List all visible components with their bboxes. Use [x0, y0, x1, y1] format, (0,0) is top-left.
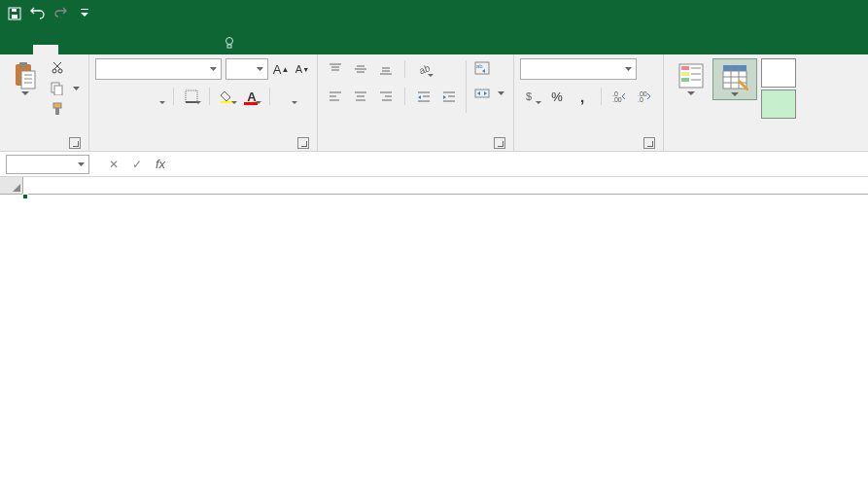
- enter-formula-button[interactable]: ✓: [126, 155, 148, 174]
- selection-overlay: [23, 195, 27, 198]
- group-font: A▲ A▼ A: [89, 54, 318, 151]
- lightbulb-icon: [223, 36, 236, 50]
- number-launcher[interactable]: [643, 137, 655, 149]
- formula-bar-row: ✕ ✓ fx: [0, 152, 868, 177]
- tab-insert[interactable]: [58, 45, 84, 54]
- align-right-button[interactable]: [374, 86, 398, 107]
- svg-text:ab: ab: [418, 62, 431, 76]
- cell-style-normal[interactable]: [761, 58, 796, 88]
- svg-point-12: [52, 69, 56, 73]
- decrease-indent-button[interactable]: [412, 86, 435, 107]
- svg-rect-1: [12, 15, 17, 18]
- tab-file[interactable]: [8, 45, 33, 54]
- copy-icon: [50, 81, 65, 96]
- column-headers: [0, 177, 868, 195]
- increase-font-button[interactable]: A▲: [272, 59, 290, 79]
- svg-text:.0: .0: [638, 96, 643, 103]
- number-format-select[interactable]: [520, 58, 637, 80]
- paste-icon: [10, 60, 41, 91]
- bucket-icon: [221, 90, 234, 103]
- cancel-formula-button[interactable]: ✕: [103, 155, 124, 174]
- save-button[interactable]: [4, 3, 25, 24]
- border-button[interactable]: [180, 86, 203, 107]
- conditional-format-icon: [676, 60, 707, 91]
- redo-button[interactable]: [51, 3, 72, 24]
- align-bottom-button[interactable]: [374, 58, 398, 80]
- tab-layout[interactable]: [84, 45, 109, 54]
- svg-line-15: [53, 62, 60, 69]
- svg-rect-7: [19, 62, 27, 67]
- title-bar: [0, 0, 868, 27]
- svg-rect-19: [55, 108, 59, 115]
- percent-button[interactable]: %: [545, 86, 569, 107]
- format-as-table-button[interactable]: [712, 58, 757, 100]
- svg-line-14: [54, 62, 61, 69]
- increase-indent-button[interactable]: [437, 86, 461, 107]
- decrease-font-button[interactable]: A▼: [294, 59, 311, 79]
- wrap-text-button[interactable]: ab: [471, 58, 507, 78]
- cell-style-good[interactable]: [761, 90, 796, 119]
- spreadsheet: [0, 177, 868, 195]
- formula-input[interactable]: [177, 155, 868, 174]
- svg-rect-20: [186, 90, 197, 102]
- tab-data[interactable]: [134, 45, 159, 54]
- currency-button[interactable]: $: [520, 86, 543, 107]
- align-middle-button[interactable]: [349, 58, 372, 80]
- format-painter-button[interactable]: [47, 99, 83, 119]
- undo-button[interactable]: [27, 3, 49, 24]
- svg-rect-18: [53, 103, 61, 108]
- border-icon: [185, 90, 198, 103]
- comma-button[interactable]: ,: [571, 86, 594, 107]
- select-all-corner[interactable]: [0, 177, 23, 194]
- insert-function-button[interactable]: fx: [150, 155, 171, 174]
- underline-button[interactable]: [144, 86, 167, 107]
- phonetic-button[interactable]: [276, 86, 299, 107]
- fill-color-button[interactable]: [216, 86, 239, 107]
- svg-rect-8: [21, 71, 35, 89]
- qat-customize-button[interactable]: [74, 3, 95, 24]
- cut-button[interactable]: [47, 58, 83, 78]
- wrap-icon: ab: [474, 60, 490, 76]
- font-name-select[interactable]: [95, 58, 222, 80]
- tab-home[interactable]: [33, 45, 58, 54]
- svg-rect-63: [723, 65, 746, 71]
- bold-button[interactable]: [95, 86, 119, 107]
- svg-text:.00: .00: [612, 96, 622, 103]
- ribbon: A▲ A▼ A: [0, 54, 868, 152]
- align-top-button[interactable]: [324, 58, 347, 80]
- active-cell: [23, 195, 25, 197]
- group-styles: [664, 54, 802, 151]
- decrease-decimal-button[interactable]: .00.0: [634, 86, 657, 107]
- ribbon-tabs: [0, 27, 868, 54]
- merge-center-button[interactable]: [471, 84, 507, 103]
- group-clipboard: [0, 54, 89, 151]
- svg-rect-57: [681, 66, 689, 70]
- increase-decimal-button[interactable]: .0.00: [608, 86, 632, 107]
- svg-rect-17: [54, 86, 62, 95]
- font-color-button[interactable]: A: [240, 86, 263, 107]
- quick-access-toolbar: [4, 3, 95, 24]
- orientation-button[interactable]: ab: [412, 58, 435, 80]
- brush-icon: [50, 101, 65, 117]
- font-size-select[interactable]: [226, 58, 268, 80]
- svg-rect-59: [681, 78, 689, 82]
- group-alignment: ab ab: [318, 54, 514, 151]
- clipboard-launcher[interactable]: [69, 137, 81, 149]
- align-center-button[interactable]: [349, 86, 372, 107]
- conditional-format-button[interactable]: [670, 58, 712, 98]
- svg-rect-22: [221, 101, 234, 103]
- font-launcher[interactable]: [297, 137, 309, 149]
- tab-review[interactable]: [159, 45, 185, 54]
- svg-point-4: [226, 38, 233, 45]
- tell-me-search[interactable]: [210, 31, 253, 54]
- name-box[interactable]: [6, 155, 89, 174]
- paste-button[interactable]: [6, 58, 45, 98]
- svg-point-13: [58, 69, 62, 73]
- scissors-icon: [50, 60, 65, 76]
- align-left-button[interactable]: [324, 86, 347, 107]
- alignment-launcher[interactable]: [494, 137, 505, 149]
- copy-button[interactable]: [47, 79, 83, 98]
- italic-button[interactable]: [120, 86, 143, 107]
- tab-formulas[interactable]: [109, 45, 134, 54]
- tab-view[interactable]: [185, 45, 210, 54]
